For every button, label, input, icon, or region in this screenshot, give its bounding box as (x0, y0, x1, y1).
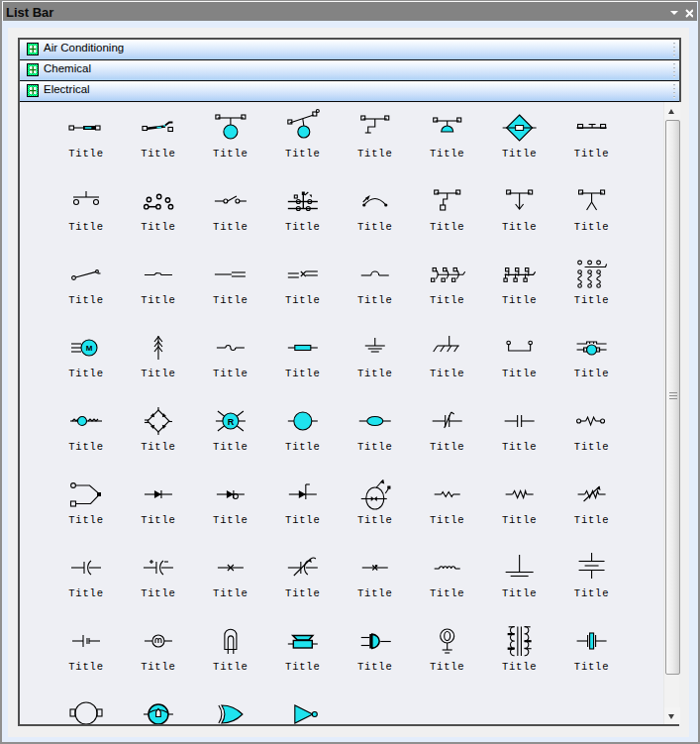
svg-text:Title: Title (141, 587, 176, 599)
svg-text:Title: Title (285, 661, 321, 673)
svg-text:Title: Title (357, 661, 393, 673)
svg-text:Title: Title (430, 441, 465, 453)
svg-text:Title: Title (141, 368, 176, 379)
svg-text:Title: Title (574, 587, 610, 599)
svg-text:Title: Title (68, 514, 104, 526)
svg-text:Title: Title (574, 221, 610, 233)
svg-text:Title: Title (357, 368, 393, 379)
svg-text:Title: Title (213, 294, 249, 306)
svg-text:Title: Title (502, 368, 538, 379)
svg-text:Title: Title (430, 661, 465, 673)
svg-text:Title: Title (502, 661, 538, 673)
svg-text:Title: Title (430, 294, 465, 306)
svg-text:Title: Title (68, 148, 104, 159)
svg-text:Title: Title (68, 368, 104, 379)
svg-text:Title: Title (141, 661, 176, 673)
svg-text:Title: Title (430, 514, 465, 526)
svg-text:Title: Title (430, 148, 465, 159)
svg-text:Title: Title (502, 514, 538, 526)
svg-text:Title: Title (574, 294, 610, 306)
svg-text:Title: Title (574, 441, 610, 453)
svg-text:Title: Title (285, 441, 321, 453)
svg-text:Title: Title (502, 587, 538, 599)
svg-text:Title: Title (285, 294, 321, 306)
svg-text:Title: Title (213, 148, 249, 159)
svg-text:Title: Title (141, 514, 176, 526)
svg-text:Title: Title (285, 368, 321, 379)
svg-text:Title: Title (502, 221, 538, 233)
svg-text:Title: Title (430, 221, 465, 233)
svg-text:Title: Title (502, 441, 538, 453)
svg-text:Title: Title (141, 221, 176, 233)
svg-text:Title: Title (213, 221, 249, 233)
svg-text:Title: Title (285, 514, 321, 526)
svg-text:Title: Title (213, 368, 249, 379)
svg-text:Title: Title (68, 221, 104, 233)
svg-text:Title: Title (285, 148, 321, 159)
svg-text:Title: Title (357, 148, 393, 159)
svg-text:Title: Title (68, 661, 104, 673)
svg-text:Title: Title (141, 294, 176, 306)
svg-text:Title: Title (213, 514, 249, 526)
svg-text:Title: Title (68, 441, 104, 453)
svg-text:Title: Title (213, 441, 249, 453)
svg-text:Title: Title (68, 587, 104, 599)
svg-text:Title: Title (213, 661, 249, 673)
svg-text:Title: Title (285, 587, 321, 599)
svg-text:Title: Title (574, 514, 610, 526)
svg-text:Title: Title (430, 368, 465, 379)
svg-text:Title: Title (357, 441, 393, 453)
svg-text:Title: Title (357, 221, 393, 233)
svg-text:M: M (86, 344, 93, 353)
svg-text:Title: Title (430, 587, 465, 599)
svg-text:Title: Title (357, 514, 393, 526)
svg-text:R: R (228, 417, 235, 427)
svg-text:Title: Title (141, 148, 176, 159)
svg-text:Title: Title (574, 368, 610, 379)
svg-text:Title: Title (68, 294, 104, 306)
svg-text:Title: Title (502, 294, 538, 306)
svg-text:Title: Title (357, 587, 393, 599)
svg-text:Title: Title (285, 221, 321, 233)
svg-text:Title: Title (502, 148, 538, 159)
svg-text:Title: Title (574, 661, 610, 673)
svg-text:Title: Title (213, 587, 249, 599)
svg-text:Title: Title (574, 148, 610, 159)
svg-text:Title: Title (141, 441, 176, 453)
svg-text:Title: Title (357, 294, 393, 306)
